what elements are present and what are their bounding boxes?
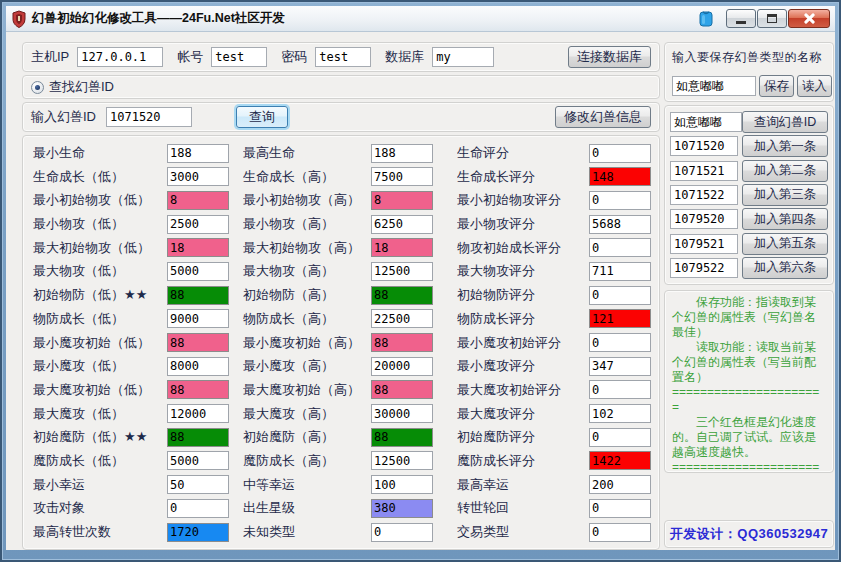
stat-label: 初始魔防（低）★★ [33, 428, 167, 446]
stat-row: 最小生命最高生命生命评分 [31, 143, 651, 163]
stat-value-input[interactable] [167, 380, 229, 399]
stat-value-input[interactable] [589, 286, 651, 305]
minimize-button[interactable] [726, 9, 756, 28]
maximize-button[interactable] [757, 9, 787, 28]
stat-label: 物防成长（低） [33, 310, 167, 328]
stat-value-input[interactable] [589, 451, 651, 470]
stat-value-input[interactable] [167, 523, 229, 542]
stat-value-input[interactable] [371, 357, 433, 376]
stat-value-input[interactable] [167, 475, 229, 494]
modify-beast-info-button[interactable]: 修改幻兽信息 [555, 106, 651, 128]
stat-value-input[interactable] [371, 309, 433, 328]
stat-row: 攻击对象出生星级转世轮回 [31, 498, 651, 518]
stat-value-input[interactable] [589, 499, 651, 518]
load-button[interactable]: 读入 [797, 75, 832, 97]
stat-value-input[interactable] [371, 262, 433, 281]
developer-credit: 开发设计：QQ360532947 [670, 525, 828, 543]
stat-value-input[interactable] [589, 380, 651, 399]
stat-value-input[interactable] [371, 215, 433, 234]
slot-id-input[interactable] [670, 209, 738, 229]
stat-value-input[interactable] [371, 499, 433, 518]
slot-id-input[interactable] [670, 234, 738, 254]
stat-value-input[interactable] [167, 144, 229, 163]
stat-value-input[interactable] [589, 428, 651, 447]
stat-value-input[interactable] [589, 167, 651, 186]
find-beast-id-radio[interactable] [31, 81, 44, 94]
beast-id-slots-panel: 查询幻兽ID 加入第一条加入第二条加入第三条加入第四条加入第五条加入第六条 [664, 105, 834, 285]
stat-value-input[interactable] [589, 357, 651, 376]
query-beast-id-button[interactable]: 查询幻兽ID [742, 111, 828, 133]
stat-value-input[interactable] [589, 215, 651, 234]
database-input[interactable] [432, 47, 494, 67]
account-input[interactable] [211, 47, 267, 67]
credit-panel: 开发设计：QQ360532947 [664, 520, 834, 548]
stat-value-input[interactable] [167, 357, 229, 376]
stat-value-input[interactable] [167, 451, 229, 470]
stat-value-input[interactable] [371, 451, 433, 470]
save-type-name-input[interactable] [672, 76, 756, 96]
slot-id-input[interactable] [670, 136, 738, 156]
stat-row: 生命成长（低）生命成长（高）生命成长评分 [31, 167, 651, 187]
maximize-icon [767, 14, 777, 23]
stat-value-input[interactable] [167, 262, 229, 281]
stat-value-input[interactable] [589, 238, 651, 257]
notes-panel: 保存功能：指读取到某个幻兽的属性表（写幻兽名最佳） 读取功能：读取当前某个幻兽的… [664, 290, 834, 473]
stat-label: 初始魔防评分 [457, 428, 589, 446]
stat-value-input[interactable] [167, 167, 229, 186]
close-button[interactable] [788, 9, 830, 28]
stat-value-input[interactable] [371, 286, 433, 305]
stat-row: 最大物攻（低）最大物攻（高）最大物攻评分 [31, 261, 651, 281]
stat-value-input[interactable] [167, 499, 229, 518]
shield-app-icon [11, 10, 27, 28]
stat-value-input[interactable] [371, 475, 433, 494]
stat-value-input[interactable] [589, 333, 651, 352]
stat-value-input[interactable] [589, 144, 651, 163]
host-ip-input[interactable] [77, 47, 163, 67]
stat-label: 最大物攻（高） [243, 262, 371, 280]
query-button[interactable]: 查询 [236, 106, 288, 128]
stat-value-input[interactable] [167, 309, 229, 328]
stat-value-input[interactable] [371, 167, 433, 186]
query-type-name-input[interactable] [670, 112, 742, 132]
stat-label: 最大物攻评分 [457, 262, 589, 280]
stat-label: 魔防成长（低） [33, 452, 167, 470]
add-slot-button[interactable]: 加入第三条 [742, 184, 828, 206]
add-slot-button[interactable]: 加入第六条 [742, 257, 828, 279]
beast-id-input[interactable] [106, 107, 192, 127]
stat-value-input[interactable] [371, 404, 433, 423]
stat-value-input[interactable] [371, 428, 433, 447]
stat-value-input[interactable] [589, 523, 651, 542]
stat-value-input[interactable] [167, 404, 229, 423]
stat-value-input[interactable] [371, 144, 433, 163]
stat-value-input[interactable] [589, 262, 651, 281]
stat-value-input[interactable] [167, 333, 229, 352]
slot-id-input[interactable] [670, 258, 738, 278]
slot-row: 加入第二条 [670, 159, 828, 183]
add-slot-button[interactable]: 加入第一条 [742, 135, 828, 157]
stat-value-input[interactable] [167, 215, 229, 234]
stat-value-input[interactable] [589, 191, 651, 210]
stat-value-input[interactable] [589, 309, 651, 328]
connect-database-button[interactable]: 连接数据库 [568, 46, 651, 68]
add-slot-button[interactable]: 加入第四条 [742, 208, 828, 230]
stat-value-input[interactable] [371, 191, 433, 210]
stat-value-input[interactable] [371, 238, 433, 257]
stat-value-input[interactable] [371, 523, 433, 542]
stat-value-input[interactable] [167, 191, 229, 210]
slot-id-input[interactable] [670, 161, 738, 181]
slot-id-input[interactable] [670, 185, 738, 205]
password-input[interactable] [315, 47, 371, 67]
stat-value-input[interactable] [371, 380, 433, 399]
stat-value-input[interactable] [167, 286, 229, 305]
stat-value-input[interactable] [167, 238, 229, 257]
stat-value-input[interactable] [167, 428, 229, 447]
stat-value-input[interactable] [589, 404, 651, 423]
add-slot-button[interactable]: 加入第二条 [742, 160, 828, 182]
stat-value-input[interactable] [589, 475, 651, 494]
stat-value-input[interactable] [371, 333, 433, 352]
stat-label: 物防成长（高） [243, 310, 371, 328]
save-button[interactable]: 保存 [759, 75, 794, 97]
add-slot-button[interactable]: 加入第五条 [742, 233, 828, 255]
stats-grid: 最小生命最高生命生命评分生命成长（低）生命成长（高）生命成长评分最小初始物攻（低… [22, 135, 660, 550]
stat-label: 最大初始物攻（低） [33, 239, 167, 257]
